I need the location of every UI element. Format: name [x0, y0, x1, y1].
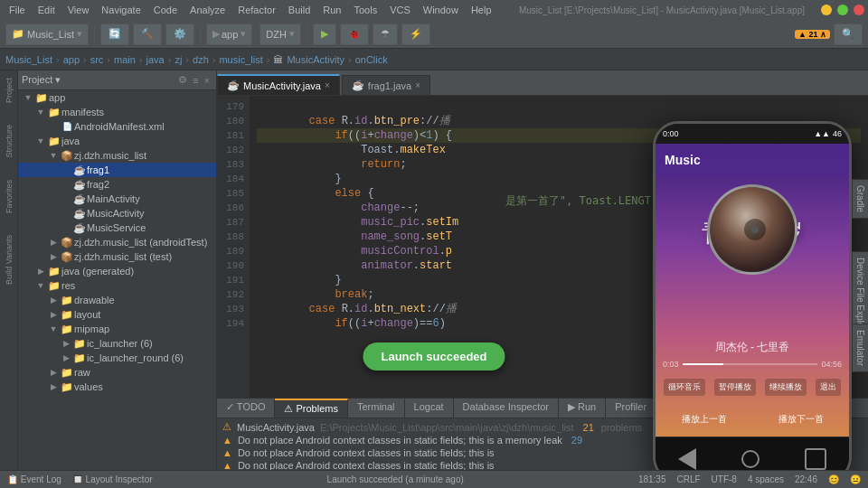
- tree-arrow-app: ▼: [22, 93, 34, 102]
- close-button[interactable]: [854, 5, 864, 15]
- project-dropdown[interactable]: 📁 Music_List ▾: [5, 23, 89, 45]
- settings-button[interactable]: ⚙️: [165, 23, 194, 45]
- tree-item-musicactivity[interactable]: ☕ MusicActivity: [18, 206, 216, 221]
- status-charset[interactable]: UTF-8: [712, 474, 737, 484]
- tree-item-frag2[interactable]: ☕ frag2: [18, 177, 216, 192]
- folder-icon-mipmap: 📁: [60, 323, 74, 335]
- profile-button[interactable]: ⚡: [401, 23, 430, 45]
- tab-database-inspector[interactable]: Database Inspector: [454, 399, 559, 418]
- phone-btn-exit[interactable]: 退出: [816, 379, 841, 396]
- tab-run[interactable]: ▶ Run: [559, 399, 606, 418]
- gradle-tab[interactable]: Gradle: [852, 179, 868, 219]
- tab-java-icon-1: ☕: [227, 80, 240, 91]
- project-panel-tab[interactable]: Project: [5, 78, 14, 103]
- breadcrumb-src[interactable]: src: [90, 54, 104, 65]
- tab-problems[interactable]: ⚠ Problems: [275, 399, 348, 418]
- phone-btn-loop[interactable]: 循环音乐: [664, 379, 705, 396]
- phone-nav-next[interactable]: 播放下一首: [778, 413, 824, 426]
- tree-item-pkg3[interactable]: ▶ 📦 zj.dzh.music_list (test): [18, 249, 216, 264]
- tab-todo[interactable]: ✓ TODO: [217, 399, 275, 418]
- breadcrumb-main[interactable]: main: [114, 54, 136, 65]
- build-variants-tab[interactable]: Build Variants: [5, 235, 14, 285]
- phone-progress-bar[interactable]: [683, 363, 818, 365]
- problem-text-2: Do not place Android context classes in …: [238, 447, 495, 458]
- warning-badge[interactable]: ▲ 21 ∧: [795, 30, 830, 39]
- search-button[interactable]: 🔍: [834, 23, 863, 45]
- tab-logcat[interactable]: Logcat: [405, 399, 454, 418]
- tab-frag1[interactable]: ☕ frag1.java ×: [342, 75, 430, 95]
- menu-run[interactable]: Run: [317, 3, 346, 17]
- structure-panel-tab[interactable]: Structure: [5, 125, 14, 158]
- status-indent[interactable]: 4 spaces: [748, 474, 784, 484]
- breadcrumb-app[interactable]: app: [63, 54, 80, 65]
- menu-analyze[interactable]: Analyze: [184, 3, 231, 17]
- breadcrumb-project[interactable]: Music_List: [5, 54, 52, 65]
- menu-edit[interactable]: Edit: [33, 3, 61, 17]
- menu-refactor[interactable]: Refactor: [232, 3, 281, 17]
- tree-item-values[interactable]: ▶ 📁 values: [18, 380, 216, 394]
- menu-tools[interactable]: Tools: [348, 3, 382, 17]
- breadcrumb-method[interactable]: onClick: [355, 54, 388, 65]
- menu-vcs[interactable]: VCS: [384, 3, 416, 17]
- tree-item-ic-launcher-round[interactable]: ▶ 📁 ic_launcher_round (6): [18, 351, 216, 365]
- minimize-button[interactable]: [821, 5, 832, 15]
- editor-tabs: ☕ MusicActivity.java × ☕ frag1.java ×: [217, 70, 868, 96]
- tree-item-layout[interactable]: ▶ 📁 layout: [18, 307, 216, 322]
- tree-item-musicservice[interactable]: ☕ MusicService: [18, 221, 216, 235]
- phone-back-button[interactable]: [678, 448, 696, 470]
- status-layout-inspector[interactable]: 🔲 Layout Inspector: [72, 474, 153, 484]
- tree-item-raw[interactable]: ▶ 📁 raw: [18, 365, 216, 380]
- menu-file[interactable]: File: [4, 3, 31, 17]
- breadcrumb-java[interactable]: java: [146, 54, 165, 65]
- status-crlf[interactable]: CRLF: [676, 474, 700, 484]
- tree-item-ic-launcher[interactable]: ▶ 📁 ic_launcher (6): [18, 336, 216, 351]
- phone-nav-prev[interactable]: 播放上一首: [682, 413, 727, 426]
- tab-close-musicactivity[interactable]: ×: [325, 80, 330, 90]
- tree-item-pkg2[interactable]: ▶ 📦 zj.dzh.music_list (androidTest): [18, 235, 216, 249]
- tab-terminal[interactable]: Terminal: [348, 399, 405, 418]
- tree-item-res[interactable]: ▼ 📁 res: [18, 278, 216, 293]
- device-dropdown[interactable]: DZH ▾: [259, 23, 301, 45]
- breadcrumb-dzh[interactable]: dzh: [193, 54, 209, 65]
- tree-item-frag1[interactable]: ☕ frag1: [18, 163, 216, 177]
- breadcrumb-music-list[interactable]: music_list: [219, 54, 262, 65]
- tree-item-pkg[interactable]: ▼ 📦 zj.dzh.music_list: [18, 148, 216, 163]
- tab-profiler[interactable]: Profiler: [606, 399, 656, 418]
- breadcrumb-music-activity[interactable]: MusicActivity: [287, 54, 344, 65]
- tree-item-manifests[interactable]: ▼ 📁 manifests: [18, 105, 216, 119]
- status-event-log[interactable]: 📋 Event Log: [7, 474, 61, 484]
- run-button[interactable]: ▶: [313, 23, 336, 45]
- tree-item-javagen[interactable]: ▶ 📁 java (generated): [18, 264, 216, 278]
- tree-item-mainactivity[interactable]: ☕ MainActivity: [18, 192, 216, 206]
- sync-button[interactable]: 🔄: [100, 23, 129, 45]
- hammer-button[interactable]: 🔨: [133, 23, 162, 45]
- menu-window[interactable]: Window: [418, 3, 464, 17]
- phone-recent-button[interactable]: [805, 448, 826, 470]
- menu-navigate[interactable]: Navigate: [96, 3, 146, 17]
- sidebar-close-icon[interactable]: ×: [202, 75, 212, 86]
- emulator-tab[interactable]: Emulator: [852, 324, 868, 372]
- menu-build[interactable]: Build: [283, 3, 316, 17]
- debug-button[interactable]: 🐞: [340, 23, 369, 45]
- tree-item-mipmap[interactable]: ▼ 📁 mipmap: [18, 322, 216, 336]
- coverage-button[interactable]: ☂: [373, 23, 398, 45]
- phone-home-button[interactable]: [741, 450, 760, 468]
- favorites-panel-tab[interactable]: Favorites: [5, 180, 14, 213]
- tree-item-java[interactable]: ▼ 📁 java: [18, 134, 216, 148]
- sidebar-gear-icon[interactable]: ⚙: [175, 74, 190, 86]
- menu-help[interactable]: Help: [466, 3, 497, 17]
- app-dropdown[interactable]: ▶ app ▾: [206, 23, 252, 45]
- phone-btn-play[interactable]: 继续播放: [765, 379, 807, 396]
- phone-btn-pause[interactable]: 暂停播放: [714, 379, 756, 396]
- breadcrumb-zj[interactable]: zj: [175, 54, 182, 65]
- menu-code[interactable]: Code: [148, 3, 183, 17]
- tab-close-frag1[interactable]: ×: [415, 80, 420, 90]
- tree-item-app[interactable]: ▼ 📁 app: [18, 90, 216, 105]
- tree-item-drawable[interactable]: ▶ 📁 drawable: [18, 293, 216, 307]
- maximize-button[interactable]: [837, 5, 848, 15]
- tree-item-androidmanifest[interactable]: 📄 AndroidManifest.xml: [18, 119, 216, 134]
- sidebar-settings-icon[interactable]: ≡: [190, 75, 201, 86]
- menu-view[interactable]: View: [62, 3, 95, 17]
- breadcrumb-class[interactable]: 🏛: [273, 54, 283, 65]
- tab-musicactivity[interactable]: ☕ MusicActivity.java ×: [217, 74, 340, 95]
